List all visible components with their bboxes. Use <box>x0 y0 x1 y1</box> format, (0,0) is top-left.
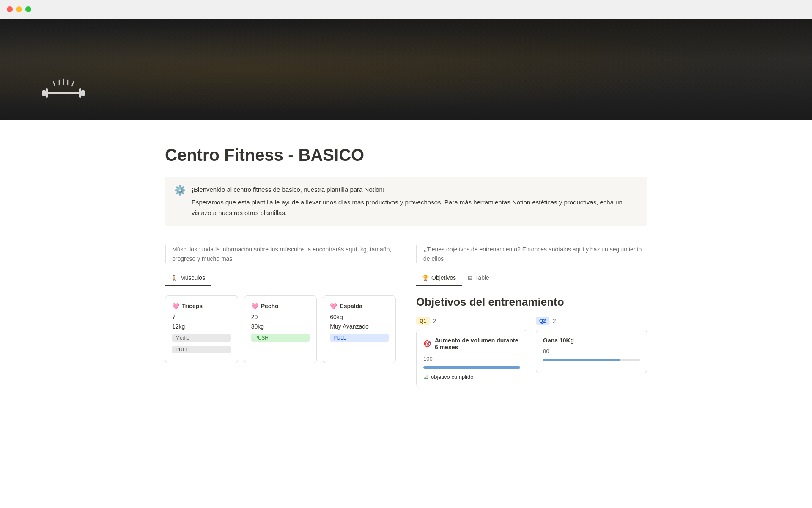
triceps-value: 7 <box>172 314 231 320</box>
heart-icon-2: 🩷 <box>251 303 258 309</box>
pecho-title: 🩷 Pecho <box>251 303 310 309</box>
volumen-progress-fill <box>423 366 520 369</box>
q2-header: Q2 2 <box>536 317 647 325</box>
objectives-tabs: 🏆 Objetivos ⊞ Table <box>416 271 647 286</box>
q1-header: Q1 2 <box>416 317 527 325</box>
pecho-weight: 30kg <box>251 323 310 330</box>
muscle-card-triceps[interactable]: 🩷 Tríceps 7 12kg Medio PULL <box>165 295 238 363</box>
objetivos-tab-label: Objetivos <box>431 274 456 281</box>
checkbox-checked-icon: ☑ <box>423 374 428 380</box>
objectives-title: Objetivos del entrenamiento <box>416 295 647 309</box>
checkbox-label: objetivo cumplido <box>431 374 473 380</box>
quarter-q2: Q2 2 Gana 10Kg 80 <box>536 317 647 387</box>
muscles-tab-label: Músculos <box>180 274 205 281</box>
muscles-tab-icon: 🚶 <box>171 275 178 281</box>
gym-icon <box>38 78 89 113</box>
gana10kg-progress-value: 80 <box>543 348 640 354</box>
callout-line1: ¡Bienvenido al centro fitness de basico,… <box>192 184 638 195</box>
maximize-button[interactable] <box>25 6 31 12</box>
gana10kg-progress-bar <box>543 359 640 361</box>
badge-push: PUSH <box>251 334 310 342</box>
minimize-button[interactable] <box>16 6 22 12</box>
tab-muscles[interactable]: 🚶 Músculos <box>165 271 211 286</box>
q1-count: 2 <box>433 318 436 324</box>
q2-count: 2 <box>553 318 556 324</box>
titlebar <box>0 0 812 19</box>
svg-rect-1 <box>46 88 48 98</box>
svg-rect-0 <box>42 90 46 96</box>
svg-rect-3 <box>79 88 81 98</box>
muscles-description: Músculos : toda la información sobre tus… <box>165 245 396 264</box>
svg-line-9 <box>72 82 74 86</box>
muscle-card-espalda[interactable]: 🩷 Espalda 60kg Muy Avanzado PULL <box>323 295 396 363</box>
target-icon: 🎯 <box>423 340 431 348</box>
espalda-weight: Muy Avanzado <box>330 323 389 330</box>
quarters-row: Q1 2 🎯 Aumento de volumen durante 6 mese… <box>416 317 647 395</box>
gana10kg-progress-fill <box>543 359 620 361</box>
muscle-cards-grid: 🩷 Tríceps 7 12kg Medio PULL 🩷 Pecho <box>165 295 396 363</box>
quarter-q1: Q1 2 🎯 Aumento de volumen durante 6 mese… <box>416 317 527 387</box>
page-title: Centro Fitness - BASICO <box>165 146 647 165</box>
objectives-description: ¿Tienes objetivos de entrenamiento? Ento… <box>416 245 647 264</box>
espalda-value: 60kg <box>330 314 389 320</box>
pecho-value: 20 <box>251 314 310 320</box>
two-column-layout: Músculos : toda la información sobre tus… <box>165 245 647 395</box>
callout-text: ¡Bienvenido al centro fitness de basico,… <box>192 184 638 218</box>
badge-pull-2: PULL <box>330 334 389 342</box>
volumen-progress-bar <box>423 366 520 369</box>
espalda-badges: PULL <box>330 334 389 344</box>
espalda-title: 🩷 Espalda <box>330 303 389 309</box>
close-button[interactable] <box>7 6 13 12</box>
page-content: Centro Fitness - BASICO ⚙️ ¡Bienvenido a… <box>131 120 681 429</box>
q1-badge: Q1 <box>416 317 430 325</box>
tab-objetivos[interactable]: 🏆 Objetivos <box>416 271 462 286</box>
volumen-checkbox-row: ☑ objetivo cumplido <box>423 374 520 380</box>
trophy-icon: 🏆 <box>422 275 429 281</box>
badge-medio: Medio <box>172 334 231 342</box>
triceps-badges: Medio PULL <box>172 334 231 356</box>
heart-icon: 🩷 <box>172 303 179 309</box>
espalda-label: Espalda <box>340 303 362 309</box>
svg-rect-4 <box>81 90 85 96</box>
hero-banner <box>0 19 812 120</box>
gana10kg-title: Gana 10Kg <box>543 337 640 344</box>
svg-line-5 <box>53 82 55 86</box>
svg-rect-2 <box>48 92 79 94</box>
objective-card-volumen[interactable]: 🎯 Aumento de volumen durante 6 meses 100… <box>416 330 527 387</box>
triceps-label: Tríceps <box>182 303 203 309</box>
hero-overlay <box>0 19 812 120</box>
triceps-weight: 12kg <box>172 323 231 330</box>
triceps-title: 🩷 Tríceps <box>172 303 231 309</box>
pecho-badges: PUSH <box>251 334 310 344</box>
volumen-progress-value: 100 <box>423 356 520 362</box>
badge-pull-1: PULL <box>172 346 231 353</box>
table-icon: ⊞ <box>468 275 472 281</box>
tab-table[interactable]: ⊞ Table <box>462 271 495 286</box>
callout-line2: Esperamos que esta plantilla le ayude a … <box>192 197 638 218</box>
table-tab-label: Table <box>475 274 489 281</box>
callout-icon: ⚙️ <box>174 185 186 196</box>
q2-badge: Q2 <box>536 317 549 325</box>
muscle-card-pecho[interactable]: 🩷 Pecho 20 30kg PUSH <box>244 295 317 363</box>
objectives-section: ¿Tienes objetivos de entrenamiento? Ento… <box>416 245 647 395</box>
welcome-callout: ⚙️ ¡Bienvenido al centro fitness de basi… <box>165 177 647 226</box>
pecho-label: Pecho <box>261 303 279 309</box>
objective-card-gana10kg[interactable]: Gana 10Kg 80 <box>536 330 647 373</box>
muscles-tabs: 🚶 Músculos <box>165 271 396 286</box>
volumen-title: 🎯 Aumento de volumen durante 6 meses <box>423 337 520 351</box>
volumen-label: Aumento de volumen durante 6 meses <box>435 337 520 351</box>
heart-icon-3: 🩷 <box>330 303 337 309</box>
muscles-section: Músculos : toda la información sobre tus… <box>165 245 396 364</box>
